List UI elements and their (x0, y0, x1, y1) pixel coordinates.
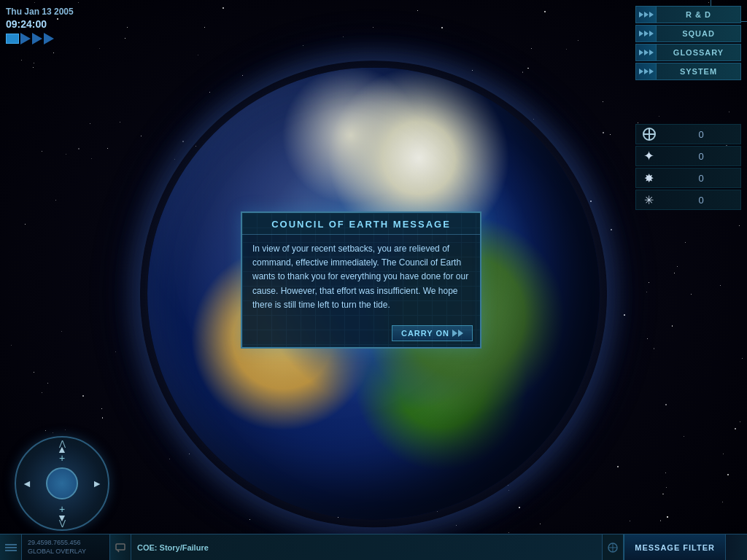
chevron-icon (644, 12, 649, 18)
navigation-control[interactable]: ⋀ ⋁ + + ▲ ▼ ◄ ► (15, 436, 109, 531)
glossary-label: GLOSSARY (657, 48, 740, 57)
squad-button[interactable]: SQUAD (635, 25, 741, 42)
star2-stat-row: ✳ 0 (635, 190, 741, 210)
carry-on-label: CARRY ON (401, 329, 449, 338)
star2-icon-cell: ✳ (636, 190, 662, 209)
dialog-body: In view of your recent setbacks, you are… (242, 235, 480, 319)
squad-label: SQUAD (657, 29, 740, 38)
chevron-icon (452, 330, 457, 337)
crosshair-icon-cell (636, 125, 662, 144)
time-display: 09:24:00 (6, 18, 74, 30)
system-button-icon (636, 63, 657, 79)
nav-right-button[interactable]: ► (92, 478, 102, 489)
chevron-icon (644, 31, 649, 36)
message-filter-label: MESSAGE FILTER (635, 543, 715, 552)
svg-rect-3 (116, 544, 125, 550)
chat-icon (115, 542, 125, 553)
squad-button-icon (636, 26, 657, 42)
chevron-icon (649, 31, 654, 36)
chevron-icon (649, 50, 654, 55)
message-icon-button[interactable] (109, 534, 131, 560)
star1-icon: ✸ (644, 171, 654, 185)
chevron-icon (644, 50, 649, 55)
rd-label: R & D (657, 10, 740, 19)
chevron-icon (639, 69, 643, 74)
chevron-icon (649, 12, 654, 18)
svg-rect-0 (5, 544, 17, 545)
star1-icon-cell: ✸ (636, 168, 662, 187)
hud-bar (6, 33, 74, 44)
top-right-menu: R & D SQUAD GLOSSARY SYSTEM (635, 6, 741, 80)
system-button[interactable]: SYSTEM (635, 63, 741, 80)
nav-outer-ring: ⋀ ⋁ + + ▲ ▼ ◄ ► (15, 436, 109, 531)
hud-arrow-2 (32, 33, 42, 44)
arrow-stat-row: ✦ 0 (635, 146, 741, 166)
story-label: COE: Story/Failure (131, 534, 602, 560)
star1-stat-row: ✸ 0 (635, 168, 741, 188)
star1-value: 0 (662, 173, 740, 184)
hud-arrow-1 (20, 33, 31, 44)
nav-center-button[interactable] (46, 467, 78, 499)
dialog-footer: CARRY ON (242, 319, 480, 347)
nav-left-button[interactable]: ◄ (22, 478, 32, 489)
arrow-icon-cell: ✦ (636, 147, 662, 166)
system-label: SYSTEM (657, 67, 740, 76)
glossary-button[interactable]: GLOSSARY (635, 44, 741, 61)
menu-icon (5, 542, 17, 553)
chevron-icon (644, 69, 649, 74)
crosshair-value: 0 (662, 129, 740, 140)
top-left-hud: Thu Jan 13 2005 09:24:00 (6, 6, 74, 44)
chevron-icon (639, 31, 643, 36)
coordinates-display: 29.4598.7655.456 GLOBAL OVERLAY (22, 539, 109, 556)
star2-icon: ✳ (644, 193, 654, 207)
chevron-icon (639, 12, 643, 18)
message-filter-button[interactable]: MESSAGE FILTER (624, 534, 725, 560)
bottom-right-corner (725, 534, 747, 560)
star2-value: 0 (662, 195, 740, 206)
crosshair-stat-row: 0 (635, 124, 741, 144)
chevron-icon (639, 50, 643, 55)
rd-button[interactable]: R & D (635, 6, 741, 23)
rd-button-icon (636, 7, 657, 23)
right-stats-panel: 0 ✦ 0 ✸ 0 ✳ 0 (635, 124, 741, 210)
svg-rect-1 (5, 547, 17, 548)
map-icon-button[interactable] (602, 534, 624, 560)
hud-arrow-3 (44, 33, 54, 44)
carry-on-button[interactable]: CARRY ON (392, 325, 473, 341)
svg-rect-2 (5, 550, 17, 551)
chevron-icon (649, 69, 654, 74)
nav-up-button[interactable]: ▲ (57, 443, 67, 455)
map-icon (607, 542, 619, 553)
dialog-title: COUNCIL OF EARTH MESSAGE (242, 213, 480, 235)
crosshair-icon (643, 128, 656, 141)
glossary-button-icon (636, 44, 657, 61)
hud-square-1 (6, 34, 19, 44)
nav-down-button[interactable]: ▼ (57, 512, 67, 524)
bottom-left-icon (0, 534, 22, 560)
button-chevrons (452, 330, 463, 337)
date-display: Thu Jan 13 2005 (6, 6, 74, 18)
council-dialog: COUNCIL OF EARTH MESSAGE In view of your… (241, 211, 481, 349)
chevron-icon (458, 330, 463, 337)
arrow-value: 0 (662, 151, 740, 162)
arrow-icon: ✦ (643, 148, 654, 164)
bottom-bar: 29.4598.7655.456 GLOBAL OVERLAY COE: Sto… (0, 534, 747, 560)
